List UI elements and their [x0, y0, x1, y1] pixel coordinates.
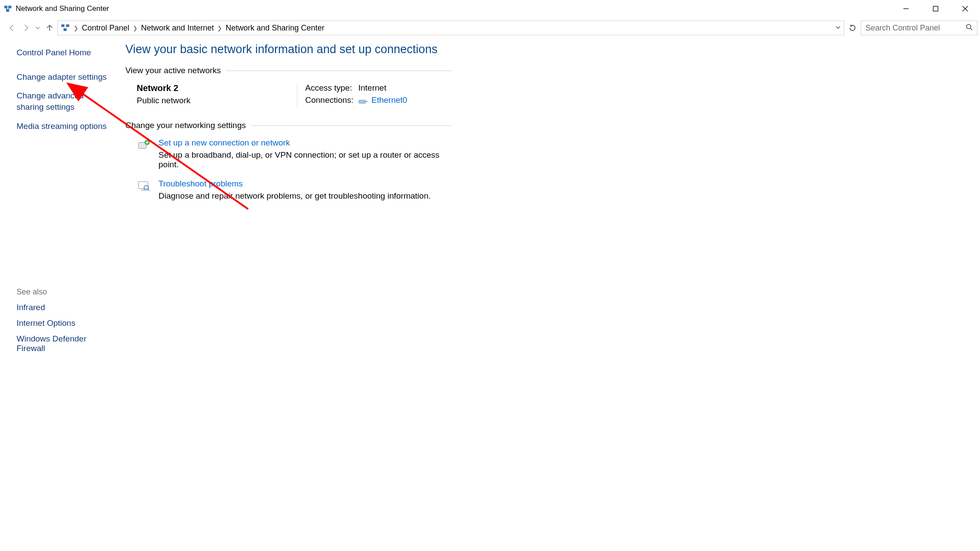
see-also-label: See also	[17, 287, 112, 297]
troubleshoot-icon	[137, 179, 151, 193]
control-panel-icon	[61, 23, 70, 33]
network-name: Network 2	[137, 83, 280, 93]
divider	[251, 125, 452, 126]
sidebar-link-advanced-sharing[interactable]: Change advanced sharing settings	[17, 90, 112, 112]
navbar: ❯ Control Panel ❯ Network and Internet ❯…	[0, 17, 980, 38]
window-controls	[891, 0, 980, 17]
search-placeholder: Search Control Panel	[865, 24, 940, 33]
svg-rect-0	[4, 6, 7, 8]
breadcrumb-item[interactable]: Network and Sharing Center	[226, 24, 324, 33]
svg-rect-14	[359, 100, 366, 103]
page-title: View your basic network information and …	[125, 43, 971, 56]
sidebar-home[interactable]: Control Panel Home	[17, 47, 112, 58]
up-button[interactable]	[44, 22, 56, 34]
section-change-settings: Change your networking settings	[125, 121, 452, 130]
svg-rect-20	[138, 182, 148, 189]
network-type: Public network	[137, 96, 280, 105]
chevron-right-icon: ❯	[74, 25, 78, 31]
breadcrumb-item[interactable]: Network and Internet	[141, 24, 214, 33]
section-active-networks: View your active networks	[125, 66, 452, 75]
access-type-value: Internet	[358, 83, 386, 93]
connections-label: Connections:	[305, 95, 357, 105]
setting-desc: Diagnose and repair network problems, or…	[158, 191, 431, 201]
setting-desc: Set up a broadband, dial-up, or VPN conn…	[158, 150, 452, 169]
recent-dropdown[interactable]	[34, 22, 42, 34]
svg-point-12	[967, 24, 971, 29]
window-title: Network and Sharing Center	[16, 4, 109, 13]
search-input[interactable]: Search Control Panel	[861, 20, 977, 35]
access-type-label: Access type:	[305, 83, 357, 93]
search-icon	[966, 24, 973, 33]
setting-link[interactable]: Troubleshoot problems	[158, 179, 431, 189]
connection-link[interactable]: Ethernet0	[371, 95, 407, 105]
setting-troubleshoot: Troubleshoot problems Diagnose and repai…	[125, 179, 452, 201]
close-button[interactable]	[950, 0, 980, 17]
svg-rect-11	[64, 28, 67, 31]
chevron-right-icon: ❯	[217, 25, 222, 31]
sidebar: Control Panel Home Change adapter settin…	[0, 38, 121, 551]
svg-line-3	[6, 8, 7, 9]
svg-rect-6	[933, 7, 938, 11]
svg-rect-10	[66, 24, 69, 27]
see-also-infrared[interactable]: Infrared	[17, 303, 112, 312]
svg-rect-2	[6, 9, 9, 12]
address-bar[interactable]: ❯ Control Panel ❯ Network and Internet ❯…	[57, 20, 844, 35]
main-content: View your basic network information and …	[121, 38, 980, 551]
see-also-section: See also Infrared Internet Options Windo…	[17, 287, 112, 542]
chevron-right-icon: ❯	[133, 25, 138, 31]
setting-link[interactable]: Set up a new connection or network	[158, 138, 452, 148]
section-label: Change your networking settings	[125, 121, 246, 130]
svg-rect-9	[61, 24, 64, 27]
svg-line-23	[148, 189, 149, 191]
forward-button[interactable]	[20, 22, 32, 34]
new-connection-icon	[137, 138, 151, 152]
svg-rect-1	[8, 6, 11, 8]
sidebar-link-adapter[interactable]: Change adapter settings	[17, 71, 112, 83]
refresh-button[interactable]	[846, 20, 859, 35]
address-dropdown-icon[interactable]	[835, 23, 841, 33]
minimize-button[interactable]	[891, 0, 921, 17]
section-label: View your active networks	[125, 66, 221, 75]
breadcrumb-item[interactable]: Control Panel	[82, 24, 129, 33]
maximize-button[interactable]	[921, 0, 950, 17]
see-also-internet-options[interactable]: Internet Options	[17, 318, 112, 328]
see-also-firewall[interactable]: Windows Defender Firewall	[17, 334, 112, 353]
ethernet-icon	[358, 97, 368, 103]
back-button[interactable]	[6, 22, 18, 34]
active-network-panel: Network 2 Public network Access type: In…	[125, 83, 452, 108]
divider	[226, 71, 452, 71]
sidebar-link-media-streaming[interactable]: Media streaming options	[17, 121, 112, 132]
svg-line-4	[8, 8, 10, 9]
app-icon	[3, 4, 12, 13]
svg-line-13	[970, 28, 972, 30]
setting-new-connection: Set up a new connection or network Set u…	[125, 138, 452, 169]
titlebar: Network and Sharing Center	[0, 0, 980, 17]
